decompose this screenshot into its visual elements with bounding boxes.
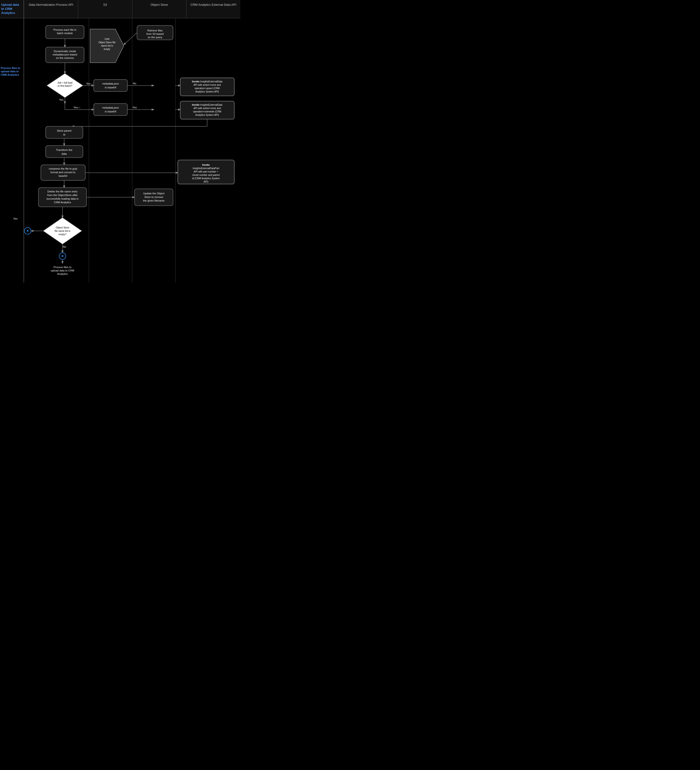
svg-rect-35 [94,104,127,116]
svg-text:the given filename: the given filename [143,199,164,202]
svg-text:in base64: in base64 [105,110,116,113]
svg-text:batch module: batch module [57,32,73,35]
diagram-title: Upload data to CRM Analytics [1,3,19,15]
svg-text:Delete the file name entry: Delete the file name entry [47,190,78,193]
svg-rect-26 [94,79,127,92]
svg-text:Object Store file: Object Store file [98,41,116,44]
svg-text:Retrieve files: Retrieve files [147,29,163,32]
svg-text:Dynamically create: Dynamically create [54,50,76,53]
svg-text:empty?: empty? [58,233,66,236]
svg-text:Transform the: Transform the [56,149,72,151]
svg-text:✕: ✕ [26,229,29,233]
left-label-yes: Yes [13,217,18,220]
svg-text:chunk number and parent: chunk number and parent [192,174,220,176]
svg-text:Analytics: Analytics [57,272,68,275]
svg-text:Process files to: Process files to [53,266,71,269]
svg-text:file name list is: file name list is [55,230,70,232]
svg-text:No: No [133,82,136,85]
svg-text:metadata.json: metadata.json [102,106,119,109]
svg-text:No—: No— [86,82,92,85]
svg-text:from the ObjectStore after: from the ObjectStore after [47,194,78,197]
svg-text:on the query: on the query [147,36,162,39]
svg-text:Invoke InsightsExternalData: Invoke InsightsExternalData [192,80,222,83]
diagram-svg: Process each file in batch module Until … [24,18,240,283]
svg-rect-62 [45,146,83,158]
lane2-header: S3 [78,0,132,18]
svg-text:Yes: Yes [133,106,137,109]
svg-text:on the columns: on the columns [56,57,74,59]
svg-text:API with part number =: API with part number = [194,170,218,173]
svg-text:successfully loading data in: successfully loading data in [46,197,79,200]
svg-text:Yes: Yes [59,98,63,101]
svg-text:API with action=none and: API with action=none and [193,107,221,110]
svg-text:format and convert to: format and convert to [50,171,75,174]
svg-text:empty: empty [104,48,110,50]
svg-text:✕: ✕ [61,254,64,258]
svg-text:data: data [62,152,67,155]
lane4-header: CRM Analytics External Data API [186,0,240,18]
svg-text:id (CRM Analytics System: id (CRM Analytics System [192,177,220,180]
svg-text:InsightsExternalDataPart: InsightsExternalDataPart [193,167,219,170]
svg-text:Store parent: Store parent [57,129,71,132]
header-row: Upload data to CRM Analytics Data Normal… [0,0,240,18]
svg-text:upload data to CRM: upload data to CRM [51,269,74,272]
svg-text:operation=overwrite (CRM: operation=overwrite (CRM [193,110,221,113]
svg-text:Object Store: Object Store [56,226,69,229]
left-label-process: Process files to upload data to CRM Anal… [1,66,22,77]
header-left-spacer: Upload data to CRM Analytics [0,0,24,18]
svg-text:Yes—: Yes— [73,106,81,109]
svg-text:Invoke InsightsExternalData: Invoke InsightsExternalData [192,104,222,106]
svg-rect-58 [45,126,83,138]
svg-text:CRM Analytics: CRM Analytics [54,201,71,204]
svg-text:operation=upsert (CRM: operation=upsert (CRM [194,87,220,90]
svg-text:from S3 based: from S3 based [146,32,164,35]
svg-line-16 [124,33,137,45]
svg-text:Store to remove: Store to remove [144,196,163,199]
left-labels-col: Process files to upload data to CRM Anal… [0,18,24,283]
svg-text:Update the Object: Update the Object [143,192,165,195]
svg-text:No: No [63,245,66,248]
svg-text:Analytics System API): Analytics System API) [195,114,219,116]
svg-text:Invoke: Invoke [202,163,210,166]
lane3-header: Object Store [133,0,186,18]
svg-text:Until: Until [105,38,109,40]
svg-text:Analytics System API): Analytics System API) [195,91,219,93]
svg-text:Job = full load: Job = full load [57,81,72,84]
svg-text:Process each file in: Process each file in [53,28,76,31]
svg-text:in base64: in base64 [105,86,116,89]
svg-text:or first batch?: or first batch? [58,84,72,87]
lane1-header: Data Normalization Process API [24,0,78,18]
svg-text:id: id [63,133,65,136]
svg-text:compress the file to gzip: compress the file to gzip [49,167,78,170]
svg-text:base64: base64 [58,175,67,177]
svg-text:metadata.json: metadata.json [102,82,119,85]
svg-text:metadata.json based: metadata.json based [53,53,77,56]
svg-text:name list is: name list is [101,44,113,47]
diagram-area: Process each file in batch module Until … [24,18,240,283]
svg-text:API): API) [204,180,208,183]
content-area: Process files to upload data to CRM Anal… [0,18,240,283]
svg-text:API with action=none and: API with action=none and [193,84,221,86]
